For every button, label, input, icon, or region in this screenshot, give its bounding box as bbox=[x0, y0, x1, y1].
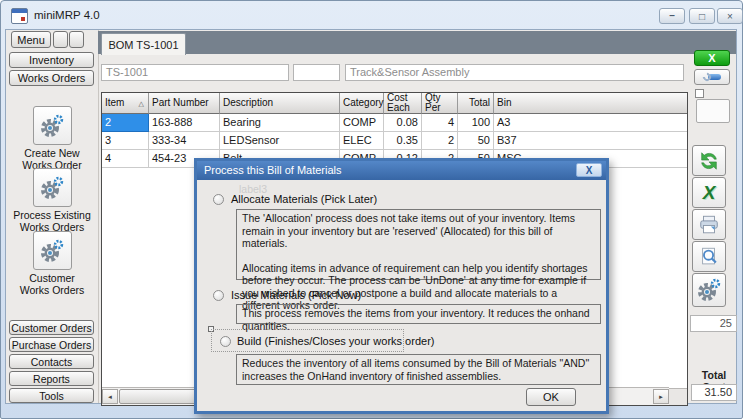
dialog-title: Process this Bill of Materials bbox=[204, 164, 342, 176]
search-document-icon bbox=[698, 246, 720, 268]
column-header-category[interactable]: Category bbox=[340, 93, 384, 114]
scroll-right-arrow[interactable]: ► bbox=[653, 389, 669, 404]
action-label-line1: Process Existing bbox=[6, 209, 98, 221]
sidebar: Menu Inventory Works Orders bbox=[6, 30, 99, 403]
cell-item[interactable]: 3 bbox=[102, 132, 149, 150]
maximize-button[interactable]: □ bbox=[689, 8, 715, 24]
notes-checkbox[interactable] bbox=[695, 89, 704, 98]
app-icon bbox=[11, 8, 28, 24]
excel-icon: X bbox=[703, 183, 716, 202]
gear-icon bbox=[39, 175, 65, 201]
create-new-works-order-action[interactable]: Create New Works Order bbox=[6, 106, 98, 171]
close-icon: × bbox=[727, 11, 733, 22]
settings-wrench-button[interactable] bbox=[694, 69, 730, 85]
print-button[interactable] bbox=[692, 209, 726, 240]
issue-description-box: This process removes the items from your… bbox=[236, 304, 601, 324]
build-description-box: Reduces the inventory of all items consu… bbox=[236, 354, 601, 385]
cell-total[interactable]: 100 bbox=[458, 114, 494, 132]
issue-materials-radio[interactable] bbox=[213, 290, 224, 301]
cell-description[interactable]: Bearing bbox=[220, 114, 340, 132]
cell-category[interactable]: ELEC bbox=[340, 132, 384, 150]
tab-bom-ts-1001[interactable]: BOM TS-1001 bbox=[101, 33, 186, 55]
close-button[interactable]: × bbox=[717, 8, 743, 24]
dialog-title-bar[interactable]: Process this Bill of Materials X bbox=[197, 161, 606, 180]
table-row[interactable]: 2 163-888 Bearing COMP 0.08 4 100 A3 bbox=[102, 114, 687, 132]
window-title: miniMRP 4.0 bbox=[34, 9, 100, 21]
column-header-part-number[interactable]: Part Number bbox=[149, 93, 220, 114]
table-row[interactable]: 3 333-34 LEDSensor ELEC 0.35 2 50 B37 bbox=[102, 132, 687, 150]
sidebar-item-works-orders[interactable]: Works Orders bbox=[9, 70, 94, 86]
preview-search-button[interactable] bbox=[692, 241, 726, 272]
sidebar-item-contacts[interactable]: Contacts bbox=[9, 354, 94, 369]
close-tab-button[interactable]: X bbox=[694, 50, 730, 66]
cell-cost-each[interactable]: 0.35 bbox=[384, 132, 422, 150]
column-label: Item bbox=[105, 98, 124, 108]
sidebar-small-button-2[interactable] bbox=[69, 31, 84, 48]
maximize-icon: □ bbox=[699, 11, 705, 22]
create-works-order-button[interactable] bbox=[33, 106, 72, 145]
cell-description[interactable]: LEDSensor bbox=[220, 132, 340, 150]
cell-total[interactable]: 50 bbox=[458, 132, 494, 150]
revision-field[interactable] bbox=[293, 64, 340, 81]
customer-works-orders-action[interactable]: Customer Works Orders bbox=[6, 231, 98, 296]
sidebar-item-purchase-orders[interactable]: Purchase Orders bbox=[9, 337, 94, 352]
gear-icon bbox=[39, 238, 65, 264]
part-number-field[interactable]: TS-1001 bbox=[101, 64, 289, 81]
process-bom-dialog: Process this Bill of Materials X label3 … bbox=[194, 158, 609, 414]
cell-item[interactable]: 4 bbox=[102, 150, 149, 168]
process-existing-works-orders-action[interactable]: Process Existing Works Orders bbox=[6, 168, 98, 233]
build-label[interactable]: Build (Finishes/Closes your works order) bbox=[237, 335, 434, 347]
column-header-description[interactable]: Description bbox=[220, 93, 340, 114]
column-header-total[interactable]: Total bbox=[458, 93, 494, 114]
works-order-gear-button[interactable] bbox=[692, 273, 726, 307]
refresh-button[interactable] bbox=[692, 145, 726, 176]
build-paragraph-1: Reduces the inventory of all items consu… bbox=[242, 357, 595, 382]
cell-item-selected[interactable]: 2 bbox=[102, 114, 149, 132]
column-header-qty-per[interactable]: Qty Per bbox=[422, 93, 458, 114]
cell-qty-per[interactable]: 2 bbox=[422, 132, 458, 150]
minimize-button[interactable]: – bbox=[659, 8, 685, 24]
export-excel-button[interactable]: X bbox=[692, 177, 726, 208]
refresh-icon bbox=[698, 150, 720, 172]
action-label-line2: Works Orders bbox=[6, 284, 98, 296]
dialog-close-button[interactable]: X bbox=[576, 163, 602, 177]
total-cost-field[interactable]: 31.50 bbox=[691, 384, 737, 401]
column-header-cost-each[interactable]: Cost Each bbox=[384, 93, 422, 114]
sidebar-small-button-1[interactable] bbox=[53, 31, 68, 48]
sidebar-item-inventory[interactable]: Inventory bbox=[9, 52, 94, 68]
cell-qty-per[interactable]: 4 bbox=[422, 114, 458, 132]
dialog-body: label3 Allocate Materials (Pick Later) T… bbox=[197, 180, 606, 411]
assembly-description-field[interactable]: Track&Sensor Assembly bbox=[345, 64, 684, 81]
app-window: miniMRP 4.0 – □ × Menu Inventory Works O… bbox=[0, 0, 743, 419]
cell-part[interactable]: 163-888 bbox=[149, 114, 220, 132]
customer-works-orders-button[interactable] bbox=[33, 231, 72, 270]
cell-part[interactable]: 333-34 bbox=[149, 132, 220, 150]
allocate-materials-radio[interactable] bbox=[213, 194, 224, 205]
menu-button[interactable]: Menu bbox=[11, 31, 51, 48]
allocate-materials-label[interactable]: Allocate Materials (Pick Later) bbox=[231, 193, 377, 205]
sidebar-item-tools[interactable]: Tools bbox=[9, 388, 94, 403]
cell-bin[interactable]: B37 bbox=[494, 132, 687, 150]
sidebar-item-customer-orders[interactable]: Customer Orders bbox=[9, 320, 94, 335]
gear-icon bbox=[696, 277, 722, 303]
ok-button[interactable]: OK bbox=[526, 388, 576, 406]
table-header-row: Item△ Part Number Description Category C… bbox=[102, 93, 687, 114]
gear-icon bbox=[39, 113, 65, 139]
cell-category[interactable]: COMP bbox=[340, 114, 384, 132]
sidebar-item-reports[interactable]: Reports bbox=[9, 371, 94, 386]
build-radio[interactable] bbox=[220, 336, 231, 347]
build-quantity-field[interactable]: 25 bbox=[690, 315, 737, 332]
issue-materials-label[interactable]: Issue Materials (Pick Now) bbox=[231, 289, 361, 301]
column-header-item[interactable]: Item△ bbox=[102, 93, 149, 114]
title-bar: miniMRP 4.0 – □ × bbox=[1, 1, 742, 29]
minimize-icon: – bbox=[669, 14, 675, 18]
sort-ascending-icon: △ bbox=[139, 99, 144, 109]
notes-panel[interactable] bbox=[696, 99, 730, 123]
process-works-orders-button[interactable] bbox=[33, 168, 72, 207]
cell-bin[interactable]: A3 bbox=[494, 114, 687, 132]
scrollbar-corner bbox=[669, 388, 687, 405]
column-header-bin[interactable]: Bin bbox=[494, 93, 687, 114]
cell-cost-each[interactable]: 0.08 bbox=[384, 114, 422, 132]
scroll-left-arrow[interactable]: ◄ bbox=[102, 389, 118, 404]
tab-strip: BOM TS-1001 bbox=[98, 31, 736, 54]
